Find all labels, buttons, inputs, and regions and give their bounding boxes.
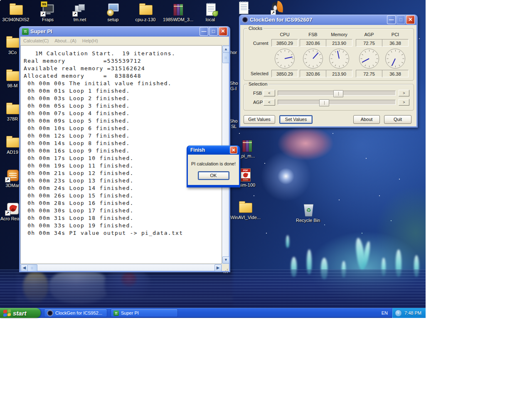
close-button[interactable]: ✕ xyxy=(406,15,415,24)
scroll-up-button[interactable]: ▲ xyxy=(222,46,229,53)
shortcut-arrow-icon: ↗ xyxy=(40,11,46,17)
superpi-titlebar[interactable]: π Super PI — □ ✕ xyxy=(20,26,229,37)
clockgen-titlebar[interactable]: ClockGen for ICS952607 — □ ✕ xyxy=(240,15,416,25)
notepad-icon xyxy=(239,2,249,14)
menu-about[interactable]: About...(A) xyxy=(52,38,79,43)
desktop-icon-cpuz[interactable]: cpu-z-130 xyxy=(131,2,160,22)
orange-swoosh-icon xyxy=(276,1,284,12)
system-tray: ‹ 7:48 PM xyxy=(392,308,426,318)
set-values-button[interactable]: Set Values xyxy=(279,115,313,124)
taskbar-button-clockgen[interactable]: ClockGen for ICS952... xyxy=(44,309,107,317)
agp-decrease-button[interactable]: < xyxy=(264,99,275,106)
output-line: Allocated memory = 8388648 xyxy=(24,73,219,80)
folder-icon xyxy=(6,38,20,48)
fsb-slider-thumb[interactable] xyxy=(333,90,343,97)
current-cpu-value: 3850.29 xyxy=(271,39,298,47)
wallpaper-water xyxy=(0,269,426,308)
superpi-output-text: 1M Calculation Start. 19 iterations.Real… xyxy=(21,46,222,237)
winrar-icon xyxy=(173,4,183,16)
column-header-memory: Memory xyxy=(326,32,352,37)
tray-collapse-chevron[interactable]: ‹ xyxy=(395,310,402,317)
fsb-gauge xyxy=(303,49,323,69)
taskbar-button-superpi[interactable]: π Super PI xyxy=(111,309,178,317)
shortcut-arrow-icon: ↗ xyxy=(5,210,10,216)
wallpaper-crystal xyxy=(286,235,289,248)
scroll-down-button[interactable]: ▼ xyxy=(222,256,229,264)
fsb-decrease-button[interactable]: < xyxy=(264,90,275,96)
horizontal-scroll-thumb[interactable] xyxy=(27,264,37,271)
row-label-selected: Selected xyxy=(251,71,268,76)
fsb-increase-button[interactable]: > xyxy=(399,90,409,96)
desktop-icon-winavi[interactable]: WinAVI_Vide... xyxy=(230,200,260,220)
fsb-slider-track[interactable] xyxy=(278,91,396,96)
minimize-button[interactable]: — xyxy=(200,27,208,36)
current-agp-value: 72.75 xyxy=(356,39,382,47)
resize-grip[interactable] xyxy=(222,264,229,271)
agp-slider-track[interactable] xyxy=(278,100,396,105)
finish-titlebar[interactable]: Finish ✕ xyxy=(188,145,239,155)
agp-slider-thumb[interactable] xyxy=(319,99,329,106)
maximize-button[interactable]: □ xyxy=(209,27,218,36)
output-line: 1M Calculation Start. 19 iterations. xyxy=(24,50,219,58)
menu-help[interactable]: Help(H) xyxy=(79,38,101,43)
folder-icon xyxy=(6,104,20,114)
wallpaper-sparkles xyxy=(0,0,1,1)
quit-button[interactable]: Quit xyxy=(384,115,411,124)
column-header-fsb: FSB xyxy=(300,32,326,37)
agp-gauge xyxy=(359,49,379,69)
output-line: 0h 00m 05s Loop 3 finished. xyxy=(24,103,219,110)
taskbar-clock: 7:48 PM xyxy=(404,310,421,315)
close-button[interactable]: ✕ xyxy=(230,146,237,154)
output-line: 0h 00m 33s Loop 19 finished. xyxy=(24,222,219,230)
current-pci-value: 36.38 xyxy=(382,39,409,47)
get-values-button[interactable]: Get Values xyxy=(244,115,275,124)
desktop-icon-tmnet[interactable]: ↗ tm.net xyxy=(65,2,95,22)
scroll-left-button[interactable]: ◀ xyxy=(21,264,28,271)
current-fsb-value: 320.86 xyxy=(300,39,326,47)
about-button[interactable]: About xyxy=(353,115,380,124)
output-line: 0h 00m 01s Loop 1 finished. xyxy=(24,88,219,95)
recycle-bin-icon xyxy=(303,204,314,217)
desktop-icon-recycle-bin[interactable]: Recycle Bin xyxy=(293,203,323,223)
horizontal-scrollbar[interactable]: ◀ ▶ xyxy=(20,264,222,271)
output-line: 0h 00m 09s Loop 5 finished. xyxy=(24,118,219,125)
folder-icon xyxy=(6,71,20,81)
output-line: 0h 00m 26s Loop 15 finished. xyxy=(24,192,219,200)
desktop-icon-shortcut-app[interactable]: ↗ xyxy=(261,1,291,16)
clockgen-body: Clocks CPU FSB Memory AGP PCI Current 38… xyxy=(240,25,416,126)
folder-icon xyxy=(239,203,252,213)
agp-increase-button[interactable]: > xyxy=(399,99,409,106)
superpi-title: Super PI xyxy=(30,28,199,34)
clockgen-app-icon xyxy=(242,17,248,23)
selection-group: Selection FSB < > AGP < > xyxy=(244,84,414,111)
superpi-menubar: Calculate(C) About...(A) Help(H) xyxy=(20,37,229,45)
desktop-icon-1985wdm[interactable]: 1985WDM_3... xyxy=(163,2,193,22)
agp-slider-row: AGP < > xyxy=(244,99,414,106)
desktop-icon-local[interactable]: local xyxy=(195,2,225,22)
winrar-icon xyxy=(242,140,252,152)
icon-label-fragment: Sho xyxy=(229,118,238,123)
maximize-button[interactable]: □ xyxy=(397,15,405,24)
superpi-app-icon: π xyxy=(22,28,29,35)
cd-icon xyxy=(107,9,114,16)
output-line: 0h 00m 30s Loop 17 finished. xyxy=(24,207,219,215)
clocks-group: Clocks CPU FSB Memory AGP PCI Current 38… xyxy=(244,28,414,81)
output-line: 0h 00m 00s The initial value finished. xyxy=(24,80,219,88)
desktop-icon-3c940ndis2[interactable]: 3C940NDIS2 xyxy=(1,2,31,22)
close-button[interactable]: ✕ xyxy=(219,27,227,36)
minimize-button[interactable]: — xyxy=(387,15,396,24)
shortcut-arrow-icon: ↗ xyxy=(5,177,10,182)
output-line: Real memory =535539712 xyxy=(24,58,219,65)
desktop-icon-setup[interactable]: setup xyxy=(98,2,128,22)
selected-memory-value: 213.90 xyxy=(326,70,352,77)
desktop-icon-fraps[interactable]: 99 ↗ Fraps xyxy=(33,2,63,22)
folder-icon xyxy=(139,5,153,15)
menu-calculate[interactable]: Calculate(C) xyxy=(20,38,52,43)
start-button[interactable]: start xyxy=(0,308,41,318)
scroll-right-button[interactable]: ▶ xyxy=(214,264,222,271)
vertical-scroll-thumb[interactable] xyxy=(222,52,229,63)
desktop-icon-notepad2[interactable] xyxy=(228,1,258,15)
language-indicator[interactable]: EN xyxy=(382,310,388,315)
ok-button[interactable]: OK xyxy=(198,171,229,180)
folder-icon xyxy=(10,5,23,15)
